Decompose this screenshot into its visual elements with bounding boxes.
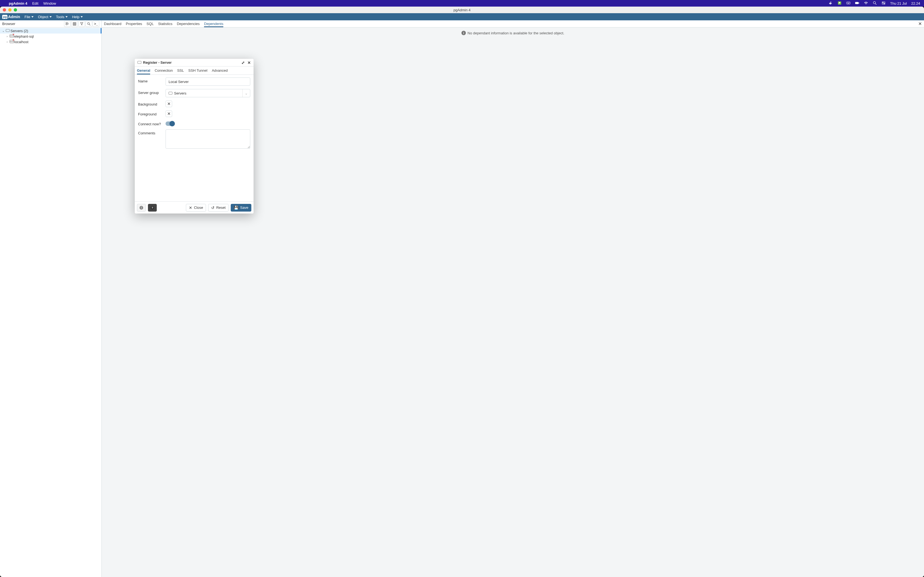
psql-tool-icon[interactable]: >_ (93, 21, 99, 27)
svg-point-22 (87, 23, 89, 24)
dialog-header: Register - Server ⤢ ✕ (135, 59, 254, 66)
dependents-empty-message: i No dependant information is available … (102, 27, 924, 39)
tree-servers-root[interactable]: ⌄ Servers (2) (0, 28, 102, 34)
sidebar-title: Browser (2, 22, 64, 26)
tree-server-item[interactable]: › × localhost (0, 39, 102, 45)
svg-rect-16 (66, 24, 67, 25)
menu-object[interactable]: Object (38, 15, 52, 19)
svg-point-9 (873, 2, 876, 3)
chevron-right-icon[interactable]: › (5, 35, 9, 38)
menu-tools[interactable]: Tools (56, 15, 68, 19)
foreground-label: Foreground (138, 110, 166, 116)
connectnow-label: Connect now? (138, 120, 166, 126)
dialog-footer: ? ✕Close ↺Reset 💾Save (135, 201, 254, 213)
svg-rect-2 (847, 2, 847, 3)
view-data-icon[interactable] (71, 21, 78, 27)
svg-rect-25 (141, 207, 141, 208)
sql-info-button[interactable] (137, 204, 146, 211)
save-button[interactable]: 💾Save (231, 204, 251, 211)
reset-button[interactable]: ↺Reset (208, 204, 229, 211)
svg-rect-1 (846, 2, 850, 4)
dialog-tab-ssl[interactable]: SSL (177, 66, 184, 74)
tab-dependencies[interactable]: Dependencies (177, 20, 200, 27)
wifi-icon[interactable] (864, 1, 868, 6)
tab-properties[interactable]: Properties (126, 20, 142, 27)
svg-rect-17 (73, 22, 76, 25)
register-server-dialog: Register - Server ⤢ ✕ General Connection… (135, 59, 254, 213)
search-objects-icon[interactable] (86, 21, 92, 27)
window-zoom[interactable] (14, 8, 17, 11)
traffic-lights (0, 8, 17, 11)
menubar-time[interactable]: 22.24 (911, 2, 920, 5)
tab-dashboard[interactable]: Dashboard (104, 20, 121, 27)
dialog-tab-advanced[interactable]: Advanced (212, 66, 228, 74)
name-label: Name (138, 77, 166, 83)
dialog-tabs: General Connection SSL SSH Tunnel Advanc… (135, 66, 254, 75)
window-minimize[interactable] (8, 8, 11, 11)
close-panel-icon[interactable]: ✕ (918, 20, 922, 27)
svg-rect-13 (882, 3, 885, 4)
keyboard-icon[interactable] (846, 1, 851, 6)
svg-rect-8 (859, 2, 859, 3)
chevron-down-icon[interactable]: ⌄ (1, 29, 5, 32)
menu-file[interactable]: File (24, 15, 34, 19)
svg-rect-4 (848, 2, 849, 3)
window-titlebar: pgAdmin 4 (0, 6, 924, 13)
server-icon (137, 60, 141, 64)
filter-rows-icon[interactable] (78, 21, 85, 27)
chevron-right-icon[interactable]: › (5, 40, 9, 44)
tab-dependents[interactable]: Dependents (204, 20, 223, 27)
close-icon[interactable]: ✕ (247, 60, 251, 65)
svg-rect-3 (848, 2, 848, 3)
tree-item-label: localhost (14, 40, 28, 44)
save-icon: 💾 (234, 206, 238, 210)
servers-group-icon (169, 91, 173, 95)
menubar-window[interactable]: Window (44, 2, 56, 5)
battery-icon[interactable] (855, 1, 859, 6)
window-title: pgAdmin 4 (0, 8, 924, 12)
tree-server-item[interactable]: › × elephant-sql (0, 34, 102, 39)
close-button[interactable]: ✕Close (186, 204, 206, 211)
connectnow-toggle[interactable] (166, 121, 174, 126)
svg-rect-5 (849, 2, 850, 3)
menubar-date[interactable]: Thu 21 Jul (890, 2, 907, 5)
main-tabs: Dashboard Properties SQL Statistics Depe… (102, 20, 924, 27)
svg-point-26 (141, 206, 142, 207)
servergroup-select[interactable]: Servers ⌄ (166, 89, 250, 97)
query-tool-icon[interactable] (64, 21, 71, 27)
foreground-color-clear[interactable]: ✕ (166, 110, 172, 117)
pgadmin-logo: pgAdmin (2, 15, 20, 19)
svg-point-14 (884, 3, 885, 4)
search-icon[interactable] (872, 1, 877, 6)
tree-item-label: elephant-sql (14, 34, 34, 39)
menu-help[interactable]: Help (72, 15, 83, 19)
background-color-clear[interactable]: ✕ (166, 101, 172, 107)
dialog-tab-general[interactable]: General (137, 66, 150, 74)
name-input[interactable] (166, 77, 250, 86)
tab-statistics[interactable]: Statistics (158, 20, 173, 27)
svg-point-12 (882, 2, 883, 3)
tab-sql[interactable]: SQL (147, 20, 154, 27)
object-tree: ⌄ Servers (2) › × elephant-sql › × local… (0, 27, 102, 45)
menubar-app[interactable]: pgAdmin 4 (9, 2, 27, 5)
pgadmin-tray-icon[interactable] (837, 1, 842, 6)
dialog-tab-sshtunnel[interactable]: SSH Tunnel (188, 66, 207, 74)
help-button[interactable]: ? (148, 204, 157, 211)
dialog-body: Name Server group Servers ⌄ Background ✕ (135, 75, 254, 201)
dialog-tab-connection[interactable]: Connection (155, 66, 173, 74)
control-center-icon[interactable] (881, 1, 886, 6)
expand-icon[interactable]: ⤢ (241, 60, 245, 65)
window-close[interactable] (3, 8, 6, 11)
docker-icon[interactable] (829, 1, 833, 6)
tree-item-label: Servers (2) (10, 29, 28, 33)
reset-icon: ↺ (211, 206, 215, 210)
svg-rect-7 (855, 2, 858, 4)
svg-text:?: ? (152, 206, 153, 209)
comments-label: Comments (138, 129, 166, 135)
menubar-edit[interactable]: Edit (32, 2, 38, 5)
chevron-down-icon: ⌄ (242, 89, 248, 97)
info-icon: i (462, 31, 466, 35)
background-label: Background (138, 101, 166, 106)
comments-textarea[interactable] (166, 129, 250, 149)
svg-line-23 (89, 24, 90, 25)
